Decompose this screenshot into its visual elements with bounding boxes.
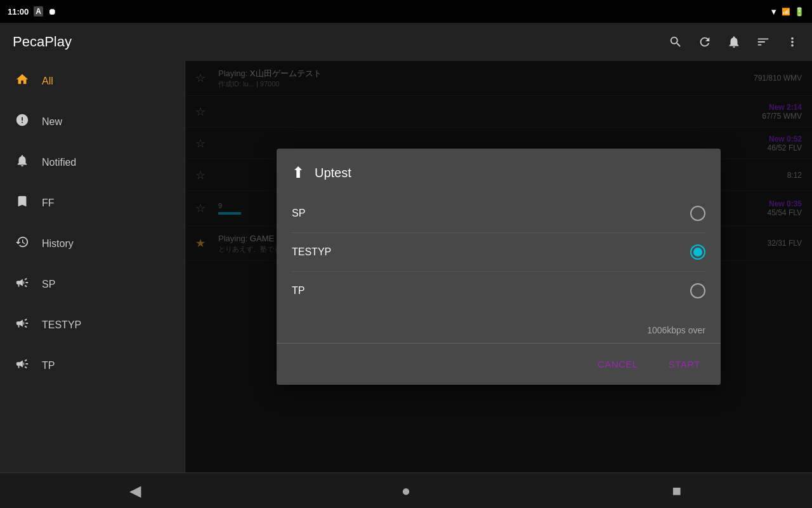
sidebar-label-new: New [42, 116, 62, 128]
sidebar-item-testyp[interactable]: TESTYP [0, 305, 185, 345]
sidebar-label-all: All [42, 76, 53, 87]
refresh-icon[interactable] [698, 35, 712, 49]
radio-testyp[interactable] [690, 244, 705, 260]
sidebar-item-sp[interactable]: SP [0, 264, 185, 305]
cancel-button[interactable]: CANCEL [587, 354, 648, 375]
sidebar-item-history[interactable]: History [0, 224, 185, 264]
radio-sp[interactable] [690, 206, 705, 221]
sidebar-item-new[interactable]: New [0, 102, 185, 142]
bottom-nav: ◀ ● ■ [0, 472, 812, 508]
radio-tp[interactable] [690, 283, 705, 298]
status-left: 11:00 A ⏺ [8, 6, 56, 17]
info-text: 1006kbps over [647, 325, 705, 335]
bell-icon [15, 154, 29, 171]
sidebar-label-ff: FF [42, 197, 55, 209]
dialog-title: ⬆ Uptest [277, 149, 721, 194]
app-bar: PecaPlay [0, 23, 812, 61]
option-tp[interactable]: TP [292, 272, 705, 310]
recents-button[interactable]: ■ [658, 478, 696, 504]
app-bar-icons [669, 35, 799, 49]
uptest-dialog: ⬆ Uptest SP TESTYP [277, 149, 721, 385]
dialog-title-text: Uptest [315, 166, 351, 180]
search-icon[interactable] [669, 35, 683, 49]
sidebar-item-tp[interactable]: TP [0, 345, 185, 386]
bookmark-icon [15, 194, 29, 212]
sidebar-item-notified[interactable]: Notified [0, 142, 185, 183]
back-button[interactable]: ◀ [116, 478, 154, 504]
sidebar-item-ff[interactable]: FF [0, 183, 185, 224]
disc-icon: ⏺ [48, 7, 56, 17]
megaphone-sp-icon [15, 276, 29, 293]
sidebar-label-sp: SP [42, 279, 55, 290]
filter-icon[interactable] [756, 35, 770, 49]
dialog-info: 1006kbps over [277, 320, 721, 343]
megaphone-tp-icon [15, 357, 29, 375]
option-sp[interactable]: SP [292, 194, 705, 233]
sidebar-item-all[interactable]: All [0, 61, 185, 102]
sidebar-label-testyp: TESTYP [42, 319, 81, 331]
alert-icon [15, 113, 29, 131]
option-tp-label: TP [292, 285, 304, 297]
option-sp-label: SP [292, 208, 305, 219]
signal-icon: 📶 [782, 8, 790, 16]
content-area: ☆ Playing: X山田ゲームテスト 作成ID: lu... | 97000… [185, 61, 812, 472]
a-icon: A [34, 6, 43, 17]
upload-icon: ⬆ [292, 164, 304, 182]
dialog-options: SP TESTYP TP [277, 194, 721, 320]
app-title: PecaPlay [13, 34, 658, 50]
wifi-icon: ▼ [769, 7, 778, 17]
main-content: All New Notified FF History [0, 61, 812, 472]
history-icon [15, 235, 29, 253]
sidebar-label-history: History [42, 238, 74, 250]
sidebar-label-notified: Notified [42, 157, 76, 168]
start-button[interactable]: START [658, 354, 710, 375]
home-button[interactable]: ● [387, 478, 425, 504]
dialog-actions: CANCEL START [277, 344, 721, 385]
sidebar: All New Notified FF History [0, 61, 185, 472]
option-testyp[interactable]: TESTYP [292, 233, 705, 272]
notification-icon[interactable] [727, 35, 741, 49]
sidebar-label-tp: TP [42, 360, 55, 371]
status-right: ▼ 📶 🔋 [769, 7, 804, 17]
status-bar: 11:00 A ⏺ ▼ 📶 🔋 [0, 0, 812, 23]
option-testyp-label: TESTYP [292, 246, 331, 258]
megaphone-testyp-icon [15, 316, 29, 334]
time-display: 11:00 [8, 7, 29, 17]
battery-icon: 🔋 [794, 7, 804, 17]
home-icon [15, 72, 29, 90]
radio-inner-testyp [693, 248, 702, 257]
more-icon[interactable] [785, 35, 799, 49]
dialog-overlay: ⬆ Uptest SP TESTYP [185, 61, 812, 472]
